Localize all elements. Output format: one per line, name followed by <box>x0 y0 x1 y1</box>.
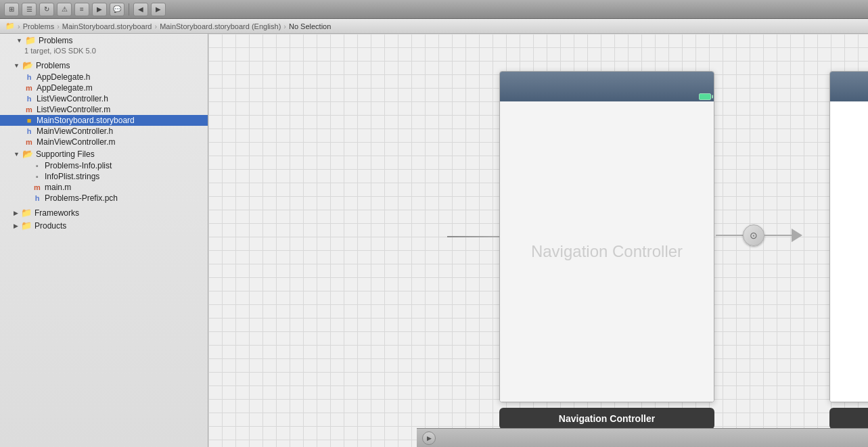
nav-phone-frame[interactable]: Navigation Controller <box>499 71 714 402</box>
sidebar-group-problems[interactable]: ▼ 📂 Problems <box>0 59 208 72</box>
breadcrumb-no-selection: No Selection <box>289 22 331 30</box>
storyboard-icon: ■ <box>24 116 34 124</box>
products-triangle-icon: ▶ <box>14 222 18 229</box>
sidebar-supporting-label: Supporting Files <box>36 149 95 159</box>
sidebar-group-supporting[interactable]: ▼ 📂 Supporting Files <box>0 147 208 160</box>
frameworks-triangle-icon: ▶ <box>14 210 18 216</box>
segue-circle[interactable]: ⊙ <box>743 225 764 246</box>
sidebar-item-label: ListViewController.m <box>37 105 110 114</box>
sidebar-item-mainstoryboard[interactable]: ■ MainStoryboard.storyboard <box>0 115 208 126</box>
h-file-icon: h <box>24 73 34 81</box>
sidebar-item-mainviewcontroller-h[interactable]: h MainViewController.h <box>0 126 208 137</box>
segue-arrowhead <box>792 229 802 242</box>
grid-icon[interactable]: ⊞ <box>4 3 19 16</box>
nav-statusbar <box>500 72 714 101</box>
bottom-bar: ▶ <box>417 428 868 447</box>
m-file-icon: m <box>24 138 34 146</box>
sidebar-root-sub: 1 target, iOS SDK 5.0 <box>0 47 208 59</box>
main-statusbar <box>830 72 868 101</box>
sidebar-item-listviewcontroller-h[interactable]: h ListViewController.h <box>0 93 208 104</box>
menu-icon[interactable]: ≡ <box>74 3 89 16</box>
sidebar-item-label: AppDelegate.h <box>37 72 90 82</box>
nav-controller-label[interactable]: Navigation Controller <box>499 408 714 429</box>
sidebar-item-label: MainStoryboard.storyboard <box>37 116 135 125</box>
frameworks-folder-icon: 📁 <box>21 208 32 218</box>
products-folder-icon: 📁 <box>21 220 32 231</box>
m-file-icon: m <box>32 183 42 191</box>
sidebar-item-listviewcontroller-m[interactable]: m ListViewController.m <box>0 104 208 115</box>
main-area: ▼ 📁 Problems 1 target, iOS SDK 5.0 ▼ 📂 P… <box>0 34 868 447</box>
sidebar-item-prefix-pch[interactable]: h Problems-Prefix.pch <box>0 193 208 204</box>
sidebar-item-main-m[interactable]: m main.m <box>0 182 208 193</box>
play-button[interactable]: ▶ <box>422 431 436 445</box>
strings-file-icon: ▪ <box>32 172 42 181</box>
sidebar-item-label: InfoPlist.strings <box>45 172 99 181</box>
nav-fwd-icon[interactable]: ▶ <box>151 3 166 16</box>
main-controller-wrapper[interactable]: Main View Controller <box>829 71 868 429</box>
sidebar-item-appdelegate-h[interactable]: h AppDelegate.h <box>0 72 208 83</box>
h-file-icon: h <box>24 95 34 103</box>
sidebar-item-label: MainViewController.h <box>37 126 113 136</box>
m-file-icon: m <box>24 84 34 92</box>
sidebar-item-label: MainViewController.m <box>37 137 116 147</box>
breadcrumb-problems-folder[interactable]: 📁 <box>5 22 15 30</box>
main-phone-frame[interactable] <box>829 71 868 402</box>
battery-icon <box>699 93 711 100</box>
nav-controller-wrapper[interactable]: Navigation Controller Navigation Control… <box>499 71 714 429</box>
sidebar-item-label: Problems-Prefix.pch <box>45 193 118 203</box>
entry-arrow-line <box>447 236 499 237</box>
canvas[interactable]: Navigation Controller Navigation Control… <box>208 34 868 447</box>
segue-line-right <box>764 235 792 236</box>
sidebar-root-label: Problems <box>39 36 73 45</box>
supporting-folder-icon: 📂 <box>22 149 33 159</box>
breadcrumb-problems[interactable]: Problems <box>23 22 54 30</box>
sidebar-group-frameworks[interactable]: ▶ 📁 Frameworks <box>0 206 208 219</box>
sidebar-products-label: Products <box>35 221 66 231</box>
breadcrumb-mainstoryboard-english[interactable]: MainStoryboard.storyboard (English) <box>160 22 281 30</box>
sidebar-item-mainviewcontroller-m[interactable]: m MainViewController.m <box>0 137 208 147</box>
warning-icon[interactable]: ⚠ <box>57 3 72 16</box>
h-file-icon: h <box>24 127 34 135</box>
pch-file-icon: h <box>32 194 42 202</box>
problems-triangle-icon: ▼ <box>14 62 20 69</box>
nav-placeholder-text: Navigation Controller <box>531 242 683 261</box>
separator <box>129 3 129 16</box>
sidebar-item-appdelegate-m[interactable]: m AppDelegate.m <box>0 83 208 93</box>
breadcrumb-mainstoryboard[interactable]: MainStoryboard.storyboard <box>62 22 152 30</box>
sidebar-item-infoplist-strings[interactable]: ▪ InfoPlist.strings <box>0 171 208 182</box>
chat-icon[interactable]: 💬 <box>110 3 124 16</box>
toolbar: ⊞ ☰ ↻ ⚠ ≡ ▶ 💬 ◀ ▶ <box>0 0 868 19</box>
sidebar-item-label: main.m <box>45 183 71 192</box>
sidebar-item-info-plist[interactable]: ▪ Problems-Info.plist <box>0 160 208 171</box>
root-folder-icon: 📁 <box>25 35 36 45</box>
problems-folder-icon: 📂 <box>22 60 33 70</box>
segue-arrow: ⊙ <box>716 225 802 246</box>
sidebar-item-label: ListViewController.h <box>37 94 108 103</box>
forward-icon[interactable]: ▶ <box>92 3 107 16</box>
nav-phone-content: Navigation Controller <box>500 101 714 402</box>
refresh-icon[interactable]: ↻ <box>39 3 54 16</box>
sidebar-problems-label: Problems <box>36 61 70 70</box>
breadcrumb: 📁 › Problems › MainStoryboard.storyboard… <box>0 19 868 34</box>
sidebar: ▼ 📁 Problems 1 target, iOS SDK 5.0 ▼ 📂 P… <box>0 34 208 447</box>
list-icon[interactable]: ☰ <box>22 3 37 16</box>
triangle-icon: ▼ <box>16 37 22 44</box>
supporting-triangle-icon: ▼ <box>14 151 20 158</box>
sidebar-group-products[interactable]: ▶ 📁 Products <box>0 219 208 232</box>
segue-line-left <box>716 235 743 236</box>
sidebar-item-label: AppDelegate.m <box>37 83 93 93</box>
plist-file-icon: ▪ <box>32 162 42 170</box>
nav-back-icon[interactable]: ◀ <box>133 3 148 16</box>
main-controller-label[interactable]: Main View Controller <box>829 408 868 429</box>
m-file-icon: m <box>24 105 34 114</box>
main-phone-content <box>830 101 868 402</box>
sidebar-group-root[interactable]: ▼ 📁 Problems <box>0 34 208 47</box>
sidebar-frameworks-label: Frameworks <box>35 208 79 218</box>
sidebar-item-label: Problems-Info.plist <box>45 161 112 170</box>
